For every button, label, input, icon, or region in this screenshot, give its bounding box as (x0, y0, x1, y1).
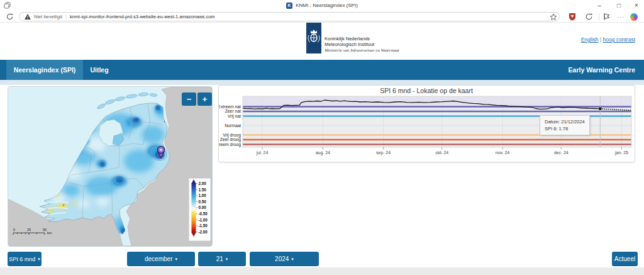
favorites-star-icon[interactable] (550, 13, 557, 21)
more-menu-icon[interactable]: ··· (616, 12, 625, 21)
svg-text:dec. 24: dec. 24 (554, 150, 569, 155)
svg-text:−: − (187, 94, 192, 104)
chart-title: SPI 6 mnd - Lokatie op de kaart (380, 87, 473, 94)
svg-text:jul. 24: jul. 24 (256, 150, 269, 155)
svg-text:2.00: 2.00 (199, 181, 207, 186)
links-separator: | (600, 36, 601, 43)
map-card: 0 25 50 km 2.00 1.50 1.00 0.50 (8, 86, 213, 247)
month-dropdown[interactable]: december▾ (127, 252, 195, 266)
collections-icon[interactable] (602, 13, 611, 21)
high-contrast-link[interactable]: hoog contrast (602, 36, 635, 43)
spi-chart-card: SPI 6 mnd - Lokatie op de kaart jul. 24a… (218, 85, 635, 162)
svg-text:jan. 25: jan. 25 (614, 150, 628, 155)
svg-text:aug. 24: aug. 24 (316, 150, 330, 155)
svg-text:0.00: 0.00 (199, 205, 207, 210)
svg-text:km: km (47, 231, 52, 235)
sync-icon[interactable] (585, 13, 593, 21)
chevron-down-icon: ▾ (226, 257, 228, 262)
svg-text:sep. 24: sep. 24 (376, 150, 391, 155)
browser-tab[interactable]: K KNMI - Neerslagindex (SPI) (0, 0, 644, 11)
address-divider: | (65, 14, 67, 20)
nav-shadow-strip (0, 80, 644, 85)
svg-text:Zeer nat: Zeer nat (225, 109, 241, 113)
map-zoom-in-button[interactable]: + (197, 93, 212, 106)
netherlands-spi-map[interactable]: 0 25 50 km 2.00 1.50 1.00 0.50 (8, 87, 212, 246)
map-color-legend: 2.00 1.50 1.00 0.50 0.00 -0.50 -1.00 -1.… (189, 178, 211, 241)
year-dropdown[interactable]: 2024▾ (250, 252, 319, 266)
window-minimize-button[interactable]: – (592, 0, 607, 11)
svg-text:okt. 24: okt. 24 (435, 150, 448, 155)
actueel-button[interactable]: Actueel (612, 252, 638, 266)
svg-text:25: 25 (27, 228, 31, 232)
tab-neerslagindex-spi[interactable]: Neerslagindex (SPI) (6, 60, 83, 80)
browser-tab-strip: K KNMI - Neerslagindex (SPI) – □ × (0, 0, 644, 11)
svg-text:+: + (203, 94, 208, 104)
not-secure-warning-icon (25, 14, 31, 20)
svg-text:-2.00: -2.00 (199, 230, 208, 234)
copilot-icon[interactable] (630, 13, 638, 21)
org-name-line2: Meteorologisch Instituut (325, 42, 399, 47)
browser-window: K KNMI - Neerslagindex (SPI) – □ × Niet … (0, 0, 644, 275)
toolbar-divider (599, 13, 599, 20)
svg-text:0: 0 (13, 228, 15, 232)
adblock-shield-icon[interactable] (569, 13, 576, 21)
period-dropdown[interactable]: SPI 6 mnd▾ (8, 252, 42, 266)
svg-text:1.50: 1.50 (199, 188, 207, 192)
early-warning-centre-label: Early Warning Centre (569, 60, 635, 80)
refresh-icon[interactable] (6, 13, 14, 21)
knmi-crest-icon (306, 23, 321, 53)
language-english-link[interactable]: English (581, 36, 599, 43)
svg-text:-1.50: -1.50 (199, 223, 208, 228)
svg-text:-0.50: -0.50 (199, 211, 208, 216)
window-maximize-button[interactable]: □ (611, 0, 626, 11)
svg-text:-1.00: -1.00 (199, 218, 208, 222)
tab-title: KNMI - Neerslagindex (SPI) (296, 3, 358, 8)
tooltip-date: Datum: 21/12/2024 (545, 118, 585, 125)
chevron-down-icon: ▾ (291, 257, 294, 262)
window-close-button[interactable]: × (629, 0, 644, 11)
chevron-down-icon: ▾ (175, 257, 177, 262)
security-label[interactable]: Niet beveiligd (34, 14, 62, 20)
day-dropdown[interactable]: 21▾ (198, 252, 246, 266)
tab-uitleg[interactable]: Uitleg (83, 60, 116, 80)
site-favicon: K (286, 3, 292, 9)
header-links: English | hoog contrast (581, 36, 635, 43)
address-bar[interactable]: Niet beveiligd | knmi-spi-monitor-fronte… (19, 12, 560, 21)
tooltip-value: SPI 6: 1.78 (545, 125, 585, 132)
svg-text:Normaal: Normaal (225, 123, 241, 128)
svg-text:Extreem droog: Extreem droog (219, 142, 241, 147)
org-ministry-line: Ministerie van Infrastructuur en Waterst… (325, 47, 399, 53)
knmi-logo-banner (306, 23, 321, 53)
chevron-down-icon: ▾ (38, 257, 40, 262)
svg-text:1.00: 1.00 (199, 193, 207, 198)
page-footer-strip (0, 267, 644, 275)
knmi-logo-text: Koninklijk Nederlands Meteorologisch Ins… (325, 36, 399, 53)
svg-text:Vrij nat: Vrij nat (228, 114, 241, 119)
url-text[interactable]: knmi-spi-monitor-frontend-prd.s3-website… (70, 14, 215, 20)
svg-text:nov. 24: nov. 24 (496, 150, 510, 155)
map-zoom-out-button[interactable]: − (182, 93, 196, 106)
chart-tooltip: Datum: 21/12/2024 SPI 6: 1.78 (540, 115, 590, 135)
svg-text:Extreem nat: Extreem nat (219, 104, 241, 109)
org-name-line1: Koninklijk Nederlands (325, 36, 399, 42)
svg-text:50: 50 (43, 228, 47, 232)
svg-text:0.50: 0.50 (199, 199, 207, 204)
